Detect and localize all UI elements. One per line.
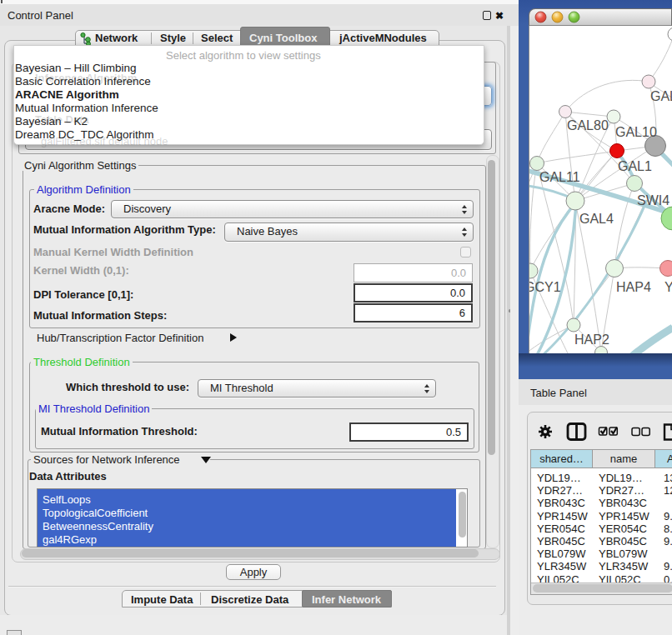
svg-text:GAL4: GAL4 xyxy=(579,212,614,226)
svg-text:HAP2: HAP2 xyxy=(574,332,609,347)
svg-text:GAL11: GAL11 xyxy=(539,170,580,184)
svg-text:HAP4: HAP4 xyxy=(616,280,651,294)
svg-text:GAL10: GAL10 xyxy=(615,125,657,139)
svg-text:GAL1: GAL1 xyxy=(618,159,652,173)
svg-text:GCY1: GCY1 xyxy=(529,280,561,294)
svg-text:Y: Y xyxy=(664,280,672,294)
svg-text:SWI4: SWI4 xyxy=(637,193,669,208)
svg-text:GAL80: GAL80 xyxy=(567,118,609,132)
svg-text:GAL7: GAL7 xyxy=(650,89,672,103)
